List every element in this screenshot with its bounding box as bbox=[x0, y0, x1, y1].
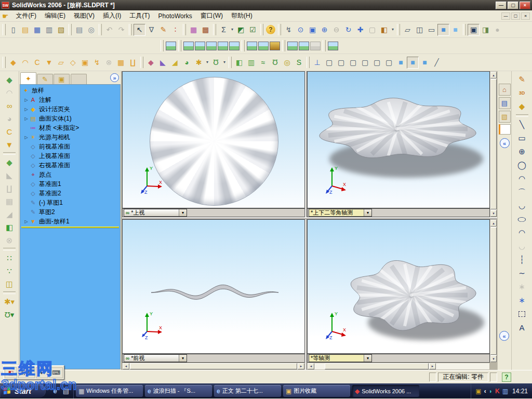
hidden-lines-removed-button[interactable]: ▭ bbox=[425, 24, 437, 36]
toolbar-button[interactable] bbox=[397, 24, 400, 35]
view-orientation-combo[interactable]: ∞ *前视 ▾ bbox=[124, 354, 187, 362]
lofted-boss-button[interactable]: ▼ bbox=[43, 57, 55, 69]
select-other-button[interactable]: ↯ bbox=[283, 24, 295, 36]
trimetric-view-button[interactable]: ■ bbox=[407, 57, 419, 69]
scroll-up-icon[interactable]: ▴ bbox=[490, 72, 497, 78]
lt-extruded-boss-button[interactable]: ◆ bbox=[3, 73, 17, 86]
swept-surface-button[interactable]: ≈ bbox=[257, 57, 269, 69]
measure-caret[interactable]: ▾ bbox=[230, 24, 235, 36]
shadows-button[interactable]: ▣ bbox=[468, 24, 480, 36]
vertical-splitter[interactable] bbox=[305, 71, 307, 370]
view-orientation-combo[interactable]: *上下二等角轴测 ▾ bbox=[309, 209, 372, 217]
view-orientation-button[interactable]: ◧ bbox=[378, 24, 390, 36]
tree-item-top-plane[interactable]: ◇ 上视基准面 bbox=[20, 151, 120, 161]
extruded-boss-button[interactable]: ◆ bbox=[7, 57, 19, 69]
dimetric-view-button[interactable]: ■ bbox=[419, 57, 431, 69]
horizontal-splitter[interactable] bbox=[122, 217, 497, 219]
menu-item[interactable]: 视图(V) bbox=[70, 10, 99, 21]
tree-item-surface-bodies[interactable]: ▷ ▤ 曲面实体(1) bbox=[20, 114, 120, 123]
expander-icon[interactable]: ▷ bbox=[23, 135, 29, 140]
toolbar-button[interactable] bbox=[516, 114, 528, 117]
quicklaunch-ie[interactable]: e bbox=[50, 387, 60, 396]
menu-item[interactable]: PhotoWorks bbox=[154, 11, 196, 21]
previous-view-button[interactable]: ▢ bbox=[366, 24, 378, 36]
tray-icon-antivirus[interactable]: K bbox=[495, 388, 500, 395]
selection-filter-button[interactable]: ∇ bbox=[145, 24, 157, 36]
lt-dome-button[interactable]: ◕ bbox=[3, 112, 17, 125]
toolbar-button[interactable] bbox=[213, 24, 216, 35]
make-drawing-button[interactable]: ▥ bbox=[43, 24, 55, 36]
start-button[interactable]: Start bbox=[0, 384, 46, 397]
pw-paste-appearance-button[interactable] bbox=[310, 42, 321, 50]
lt-loft-button[interactable]: ▼ bbox=[3, 138, 17, 151]
expander-icon[interactable]: ▷ bbox=[23, 219, 29, 224]
lt-linear-pattern-button[interactable]: ∷ bbox=[3, 251, 17, 264]
lt-wedge-button[interactable]: ◧ bbox=[3, 221, 17, 234]
taskpane-tab-file-explorer[interactable]: ▧ bbox=[499, 111, 511, 123]
edit-color-button[interactable]: ▦ bbox=[188, 24, 200, 36]
scrollbar-thumb[interactable] bbox=[490, 227, 497, 355]
lt-revolved-boss-button[interactable]: ◠ bbox=[3, 86, 17, 99]
viewport-top-right[interactable]: Y X Z bbox=[307, 71, 490, 208]
lofted-surface-button[interactable]: Ʊ bbox=[269, 57, 281, 69]
boundary-surface-button[interactable]: S bbox=[293, 57, 305, 69]
make-assembly-button[interactable]: ▧ bbox=[55, 24, 67, 36]
toolbar-button[interactable] bbox=[183, 24, 186, 35]
ime-mode-button[interactable]: 标准 bbox=[18, 367, 35, 378]
tree-item-sketch2[interactable]: ✎ 草图2 bbox=[20, 207, 120, 217]
toolbar-button[interactable] bbox=[3, 248, 16, 250]
tray-icon-network[interactable]: ▥ bbox=[502, 388, 508, 395]
panel-tab-featuremanager[interactable]: ✦ bbox=[20, 72, 36, 84]
horizontal-scrollbar[interactable]: ◂ ▸ bbox=[122, 363, 305, 370]
toolbar-button[interactable] bbox=[229, 57, 232, 68]
lt-swept-path-button[interactable]: ∞ bbox=[3, 99, 17, 112]
lt-chamfer-button[interactable]: ◣ bbox=[3, 169, 17, 182]
lt-rib-button[interactable]: ∐ bbox=[3, 182, 17, 195]
help-icon[interactable]: ? bbox=[502, 373, 511, 382]
chevron-down-icon[interactable]: ▾ bbox=[364, 209, 371, 216]
tree-item-design-binder[interactable]: ▷ ◆ 设计活页夹 bbox=[20, 104, 120, 114]
traffic-light-button[interactable]: ∶ bbox=[169, 24, 181, 36]
panel-tab-propertymanager[interactable]: ✎ bbox=[37, 74, 53, 84]
lt-reference-geometry-button[interactable]: ✱▾ bbox=[3, 295, 17, 308]
zoom-selection-button[interactable]: ⊖ bbox=[330, 24, 342, 36]
top-view-button[interactable]: ▢ bbox=[371, 57, 383, 69]
close-button[interactable]: × bbox=[520, 2, 530, 9]
thicken-button[interactable]: ▱ bbox=[55, 57, 67, 69]
panel-tab-photoworks[interactable] bbox=[71, 74, 87, 84]
tree-item-material[interactable]: ≔ 材质 <未指定> bbox=[20, 123, 120, 132]
left-view-button[interactable]: ▢ bbox=[347, 57, 359, 69]
ime-symbol-button[interactable]: ◐ bbox=[36, 367, 48, 378]
lt-draft-button[interactable]: ◢ bbox=[3, 208, 17, 221]
sk-rectangle-button[interactable]: ▭ bbox=[515, 131, 529, 145]
chamfer-button[interactable]: ◣ bbox=[157, 57, 169, 69]
menu-item[interactable]: 帮助(H) bbox=[227, 10, 257, 21]
doc-restore-button[interactable]: ▢ bbox=[511, 12, 520, 20]
panel-expand-chevron-icon[interactable]: » bbox=[110, 73, 119, 82]
swept-boss-button[interactable]: C bbox=[31, 57, 43, 69]
pw-copy-appearance-button[interactable] bbox=[299, 42, 309, 50]
swept-cut-button[interactable]: ↯ bbox=[91, 57, 103, 69]
tree-item-plane1[interactable]: ◇ 基准面1 bbox=[20, 179, 120, 189]
sk-point-button[interactable]: ∗ bbox=[515, 280, 529, 294]
sk-circle-button[interactable]: ⊕ bbox=[515, 145, 529, 158]
chevron-down-icon[interactable]: ▾ bbox=[179, 355, 187, 362]
sk-selection-box-button[interactable]: ▫ bbox=[515, 307, 529, 321]
scrollbar-thumb[interactable] bbox=[490, 79, 497, 209]
expander-icon[interactable]: ▷ bbox=[23, 116, 29, 121]
tree-item-surface-loft1[interactable]: ▷ ▼ 曲面-放样1 bbox=[20, 217, 120, 226]
zoom-area-button[interactable]: ▣ bbox=[307, 24, 318, 36]
minimize-button[interactable]: — bbox=[496, 2, 507, 9]
undo-button[interactable]: ↶ bbox=[103, 24, 115, 36]
sk-3point-arc-button[interactable]: ◡ bbox=[515, 199, 529, 212]
pw-render-last-button[interactable] bbox=[206, 42, 217, 50]
tree-item-plane2[interactable]: ◇ 基准面2 bbox=[20, 189, 120, 198]
taskbar-button-solidworks[interactable]: ◆ SolidWorks 2006 ... bbox=[352, 385, 419, 397]
tray-icon-wireless[interactable]: ◗ bbox=[489, 388, 493, 395]
doc-minimize-button[interactable]: — bbox=[501, 12, 510, 20]
viewport-bottom-left[interactable]: Y X Z bbox=[122, 219, 305, 354]
taskpane-collapse-chevron-icon[interactable]: « bbox=[500, 138, 510, 148]
pw-render-to-file-button[interactable] bbox=[229, 42, 240, 50]
sk-asterisk-button[interactable]: ∗ bbox=[515, 294, 529, 307]
menu-item[interactable]: 插入(I) bbox=[99, 10, 125, 21]
